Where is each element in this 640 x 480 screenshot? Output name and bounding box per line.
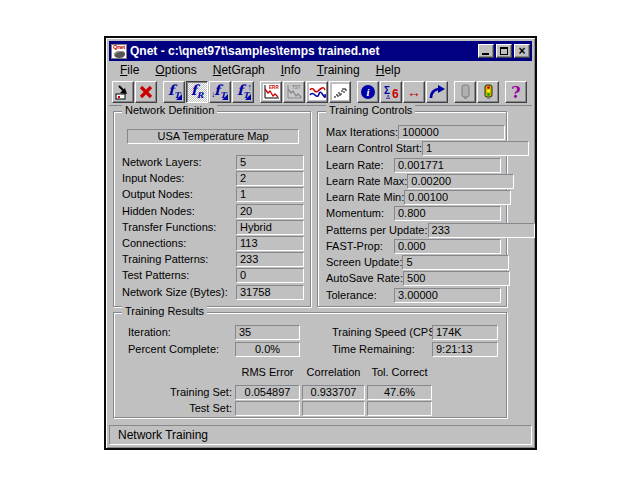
trend-plot-button[interactable] [306,81,328,103]
error-plot-button[interactable]: ERR [260,81,282,103]
table-row: FAST-Prop:0.000 [326,239,501,255]
svg-text:Δ: Δ [386,94,390,100]
field-label: FAST-Prop: [326,239,394,254]
triangle-icon [222,94,228,100]
close-net-icon [138,84,154,100]
menu-options[interactable]: Options [147,62,204,78]
field-label: Momentum: [326,206,394,221]
table-row: Output Nodes:1 [122,187,304,203]
training-speed-field: 174K [432,325,498,340]
net-name-field: USA Temperature Map [127,129,299,144]
network-definition-rows: Network Layers:5 Input Nodes:2 Output No… [122,155,304,301]
status-text: Network Training [118,428,208,442]
close-button[interactable]: × [514,44,530,58]
train-function-button[interactable]: fT [163,81,185,103]
help-button[interactable]: ? [505,81,527,103]
test-set-correlation-cell [302,401,365,416]
info-icon: i [360,84,376,100]
svg-text:TST: TST [292,85,301,90]
info-button[interactable]: i [357,81,379,103]
fast-prop-field[interactable]: 0.000 [394,239,501,254]
maximize-button[interactable] [496,44,512,58]
close-icon: × [518,46,525,56]
train-up-button[interactable]: ↑ fT [232,81,254,103]
table-row: Test Patterns:0 [122,268,304,284]
momentum-field[interactable]: 0.800 [394,206,501,221]
learn-rate-min-field[interactable]: 0.00100 [404,190,511,205]
field-label: Network Layers: [122,155,236,170]
test-plot-icon: TST [286,84,303,100]
minimize-icon [482,53,489,55]
table-row: Learn Control Start:1 [326,141,501,157]
stoplight-button[interactable] [477,81,499,103]
table-row: Connections:113 [122,236,304,252]
table-row: Transfer Functions:Hybrid [122,220,304,236]
scatter-plot-button[interactable] [329,81,351,103]
minimize-button[interactable] [478,44,494,58]
qnet-logo-icon: Qnet [111,44,127,59]
qnet-logo-text: Qnet [113,44,125,50]
menu-help[interactable]: Help [368,62,409,78]
triangle-icon [245,94,251,100]
field-label: Training Patterns: [122,252,236,267]
table-row: Learn Rate Min:0.00100 [326,190,501,206]
field-label: Screen Update: [326,255,402,270]
toolbar-group-run [454,81,499,103]
field-label: Transfer Functions: [122,220,236,235]
correlation-header: Correlation [302,365,365,379]
trend-plot-icon [309,84,326,100]
table-row: Max Iterations:100000 [326,125,501,141]
table-row: Tolerance:3.00000 [326,288,501,304]
training-speed-label: Training Speed (CPS): [332,325,442,340]
learn-control-start-field[interactable]: 1 [422,141,529,156]
recall-function-button[interactable]: fR [186,81,208,103]
table-row: AutoSave Rate:500 [326,271,501,287]
client-area: Network Definition USA Temperature Map N… [109,105,532,423]
table-row: Learn Rate:0.001771 [326,158,501,174]
qnet-logo-blob [114,51,125,58]
close-net-button[interactable] [135,81,157,103]
menu-file[interactable]: File [112,62,147,78]
test-set-label: Test Set: [124,401,232,416]
learn-rate-max-field[interactable]: 0.00200 [407,174,514,189]
field-label: Max Iterations: [326,125,398,140]
table-row: Network Size (Bytes):31758 [122,285,304,301]
learn-rate-field[interactable]: 0.001771 [394,158,501,173]
scatter-plot-icon [332,84,349,100]
autosave-rate-field[interactable]: 500 [403,271,510,286]
group-title: Training Controls [326,104,415,116]
range-button[interactable]: ↔ [403,81,425,103]
stoplight-off-button[interactable] [454,81,476,103]
open-net-icon [115,84,132,100]
train-down-button[interactable]: ↓ fT [209,81,231,103]
tolerance-field[interactable]: 3.00000 [394,288,501,303]
toolbar: fT fR ↓ fT ↑ fT [109,79,532,105]
patterns-per-update-field[interactable]: 233 [428,223,535,238]
table-row: Network Layers:5 [122,155,304,171]
table-row: Hidden Nodes:20 [122,204,304,220]
jump-icon [428,84,446,100]
down-arrow-icon: ↓ [211,90,216,99]
hidden-nodes-field: 20 [236,204,304,219]
open-net-button[interactable] [112,81,134,103]
iteration-label: Iteration: [128,325,171,340]
field-label: Connections: [122,236,236,251]
menu-training[interactable]: Training [309,62,368,78]
jump-button[interactable] [426,81,448,103]
error-plot-icon: ERR [263,84,280,100]
rms-error-header: RMS Error [235,365,300,379]
test-plot-button[interactable]: TST [283,81,305,103]
menu-netgraph[interactable]: NetGraph [205,62,273,78]
sigma-button[interactable]: Σ Δ 6 [380,81,402,103]
window-controls: × [478,44,530,58]
field-label: Patterns per Update: [326,223,428,238]
screen-update-field[interactable]: 5 [402,255,509,270]
help-icon: ? [511,83,520,102]
menu-info[interactable]: Info [273,62,309,78]
titlebar[interactable]: Qnet Qnet - c:\qnet97t\samples\temps tra… [109,41,532,61]
qnet-window: Qnet Qnet - c:\qnet97t\samples\temps tra… [104,36,537,450]
time-remaining-field: 9:21:13 [432,342,498,357]
time-remaining-label: Time Remaining: [332,342,415,357]
max-iterations-field[interactable]: 100000 [398,125,505,140]
group-title: Training Results [122,305,207,317]
